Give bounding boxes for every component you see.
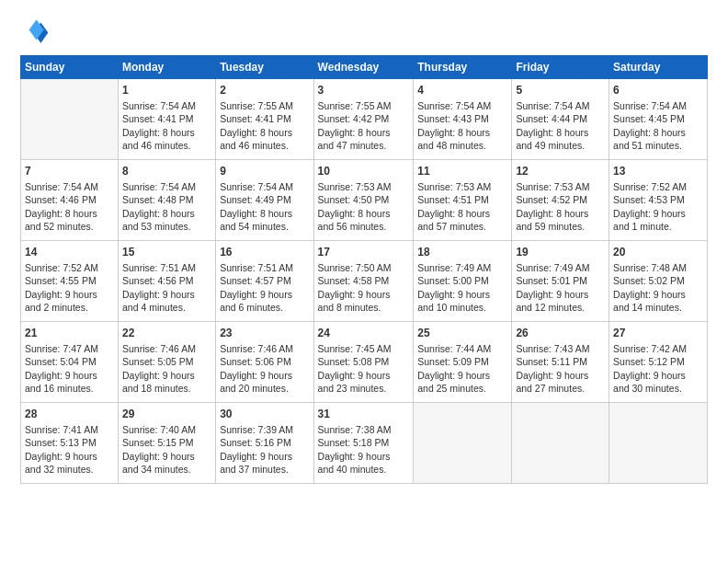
day-cell: 27Sunrise: 7:42 AM Sunset: 5:12 PM Dayli…	[609, 322, 708, 403]
day-number: 8	[122, 164, 211, 178]
day-cell: 9Sunrise: 7:54 AM Sunset: 4:49 PM Daylig…	[216, 160, 313, 241]
day-number: 6	[613, 83, 703, 98]
day-number: 17	[318, 245, 410, 259]
weekday-tuesday: Tuesday	[216, 56, 313, 79]
day-cell: 11Sunrise: 7:53 AM Sunset: 4:51 PM Dayli…	[414, 160, 512, 241]
day-cell: 28Sunrise: 7:41 AM Sunset: 5:13 PM Dayli…	[21, 403, 119, 484]
calendar-body: 1Sunrise: 7:54 AM Sunset: 4:41 PM Daylig…	[21, 79, 708, 484]
day-info: Sunrise: 7:43 AM Sunset: 5:11 PM Dayligh…	[516, 342, 605, 395]
calendar-table: SundayMondayTuesdayWednesdayThursdayFrid…	[20, 55, 708, 484]
weekday-thursday: Thursday	[414, 56, 512, 79]
day-cell: 20Sunrise: 7:48 AM Sunset: 5:02 PM Dayli…	[609, 241, 708, 322]
day-cell: 31Sunrise: 7:38 AM Sunset: 5:18 PM Dayli…	[313, 403, 414, 484]
day-info: Sunrise: 7:44 AM Sunset: 5:09 PM Dayligh…	[417, 342, 507, 395]
day-number: 14	[25, 245, 114, 259]
day-info: Sunrise: 7:52 AM Sunset: 4:53 PM Dayligh…	[613, 180, 703, 233]
header	[20, 17, 708, 46]
day-number: 9	[220, 164, 309, 178]
day-cell: 4Sunrise: 7:54 AM Sunset: 4:43 PM Daylig…	[414, 79, 512, 160]
day-cell: 14Sunrise: 7:52 AM Sunset: 4:55 PM Dayli…	[21, 241, 119, 322]
day-cell: 3Sunrise: 7:55 AM Sunset: 4:42 PM Daylig…	[313, 79, 414, 160]
day-number: 11	[417, 164, 507, 178]
day-info: Sunrise: 7:55 AM Sunset: 4:41 PM Dayligh…	[220, 99, 309, 152]
day-info: Sunrise: 7:55 AM Sunset: 4:42 PM Dayligh…	[318, 99, 410, 152]
day-cell: 22Sunrise: 7:46 AM Sunset: 5:05 PM Dayli…	[118, 322, 215, 403]
day-number: 30	[220, 407, 309, 421]
week-row-2: 14Sunrise: 7:52 AM Sunset: 4:55 PM Dayli…	[21, 241, 708, 322]
day-number: 13	[613, 164, 703, 178]
day-info: Sunrise: 7:49 AM Sunset: 5:00 PM Dayligh…	[417, 261, 507, 314]
day-info: Sunrise: 7:42 AM Sunset: 5:12 PM Dayligh…	[613, 342, 703, 395]
day-info: Sunrise: 7:53 AM Sunset: 4:50 PM Dayligh…	[318, 180, 410, 233]
day-info: Sunrise: 7:50 AM Sunset: 4:58 PM Dayligh…	[318, 261, 410, 314]
day-number: 25	[417, 326, 507, 340]
day-cell: 5Sunrise: 7:54 AM Sunset: 4:44 PM Daylig…	[512, 79, 609, 160]
day-number: 4	[417, 83, 507, 98]
day-number: 24	[318, 326, 410, 340]
day-number: 7	[25, 164, 114, 178]
day-cell: 15Sunrise: 7:51 AM Sunset: 4:56 PM Dayli…	[118, 241, 215, 322]
day-info: Sunrise: 7:41 AM Sunset: 5:13 PM Dayligh…	[25, 423, 114, 476]
day-number: 15	[122, 245, 211, 259]
page: SundayMondayTuesdayWednesdayThursdayFrid…	[0, 0, 728, 563]
day-info: Sunrise: 7:54 AM Sunset: 4:43 PM Dayligh…	[417, 99, 507, 152]
day-cell: 7Sunrise: 7:54 AM Sunset: 4:46 PM Daylig…	[21, 160, 119, 241]
day-cell: 25Sunrise: 7:44 AM Sunset: 5:09 PM Dayli…	[414, 322, 512, 403]
day-cell: 17Sunrise: 7:50 AM Sunset: 4:58 PM Dayli…	[313, 241, 414, 322]
day-info: Sunrise: 7:49 AM Sunset: 5:01 PM Dayligh…	[516, 261, 605, 314]
day-info: Sunrise: 7:53 AM Sunset: 4:52 PM Dayligh…	[516, 180, 605, 233]
day-cell: 21Sunrise: 7:47 AM Sunset: 5:04 PM Dayli…	[21, 322, 119, 403]
day-cell	[414, 403, 512, 484]
day-number: 21	[25, 326, 114, 340]
day-cell	[512, 403, 609, 484]
day-number: 28	[25, 407, 114, 421]
day-info: Sunrise: 7:54 AM Sunset: 4:49 PM Dayligh…	[220, 180, 309, 233]
day-info: Sunrise: 7:51 AM Sunset: 4:57 PM Dayligh…	[220, 261, 309, 314]
day-info: Sunrise: 7:38 AM Sunset: 5:18 PM Dayligh…	[318, 423, 410, 476]
day-number: 10	[318, 164, 410, 178]
day-cell: 29Sunrise: 7:40 AM Sunset: 5:15 PM Dayli…	[118, 403, 215, 484]
day-info: Sunrise: 7:40 AM Sunset: 5:15 PM Dayligh…	[122, 423, 211, 476]
day-cell	[609, 403, 708, 484]
day-info: Sunrise: 7:52 AM Sunset: 4:55 PM Dayligh…	[25, 261, 114, 314]
day-number: 26	[516, 326, 605, 340]
day-cell: 26Sunrise: 7:43 AM Sunset: 5:11 PM Dayli…	[512, 322, 609, 403]
week-row-0: 1Sunrise: 7:54 AM Sunset: 4:41 PM Daylig…	[21, 79, 708, 160]
day-number: 16	[220, 245, 309, 259]
day-info: Sunrise: 7:54 AM Sunset: 4:44 PM Dayligh…	[516, 99, 605, 152]
day-cell	[21, 79, 119, 160]
weekday-saturday: Saturday	[609, 56, 708, 79]
day-cell: 13Sunrise: 7:52 AM Sunset: 4:53 PM Dayli…	[609, 160, 708, 241]
day-cell: 16Sunrise: 7:51 AM Sunset: 4:57 PM Dayli…	[216, 241, 313, 322]
weekday-header: SundayMondayTuesdayWednesdayThursdayFrid…	[21, 56, 708, 79]
day-number: 18	[417, 245, 507, 259]
day-info: Sunrise: 7:47 AM Sunset: 5:04 PM Dayligh…	[25, 342, 114, 395]
logo	[20, 17, 53, 46]
weekday-wednesday: Wednesday	[313, 56, 414, 79]
week-row-1: 7Sunrise: 7:54 AM Sunset: 4:46 PM Daylig…	[21, 160, 708, 241]
day-info: Sunrise: 7:39 AM Sunset: 5:16 PM Dayligh…	[220, 423, 309, 476]
day-number: 5	[516, 83, 605, 98]
day-cell: 2Sunrise: 7:55 AM Sunset: 4:41 PM Daylig…	[216, 79, 313, 160]
day-info: Sunrise: 7:54 AM Sunset: 4:41 PM Dayligh…	[122, 99, 211, 152]
weekday-monday: Monday	[118, 56, 215, 79]
day-number: 27	[613, 326, 703, 340]
day-info: Sunrise: 7:53 AM Sunset: 4:51 PM Dayligh…	[417, 180, 507, 233]
day-number: 3	[318, 83, 410, 98]
day-number: 29	[122, 407, 211, 421]
day-info: Sunrise: 7:46 AM Sunset: 5:06 PM Dayligh…	[220, 342, 309, 395]
logo-icon	[20, 17, 50, 46]
day-cell: 30Sunrise: 7:39 AM Sunset: 5:16 PM Dayli…	[216, 403, 313, 484]
day-number: 12	[516, 164, 605, 178]
day-cell: 8Sunrise: 7:54 AM Sunset: 4:48 PM Daylig…	[118, 160, 215, 241]
day-info: Sunrise: 7:54 AM Sunset: 4:48 PM Dayligh…	[122, 180, 211, 233]
day-number: 2	[220, 83, 309, 98]
day-cell: 10Sunrise: 7:53 AM Sunset: 4:50 PM Dayli…	[313, 160, 414, 241]
day-cell: 6Sunrise: 7:54 AM Sunset: 4:45 PM Daylig…	[609, 79, 708, 160]
day-cell: 24Sunrise: 7:45 AM Sunset: 5:08 PM Dayli…	[313, 322, 414, 403]
day-cell: 18Sunrise: 7:49 AM Sunset: 5:00 PM Dayli…	[414, 241, 512, 322]
day-cell: 23Sunrise: 7:46 AM Sunset: 5:06 PM Dayli…	[216, 322, 313, 403]
day-number: 1	[122, 83, 211, 98]
weekday-friday: Friday	[512, 56, 609, 79]
day-number: 31	[318, 407, 410, 421]
